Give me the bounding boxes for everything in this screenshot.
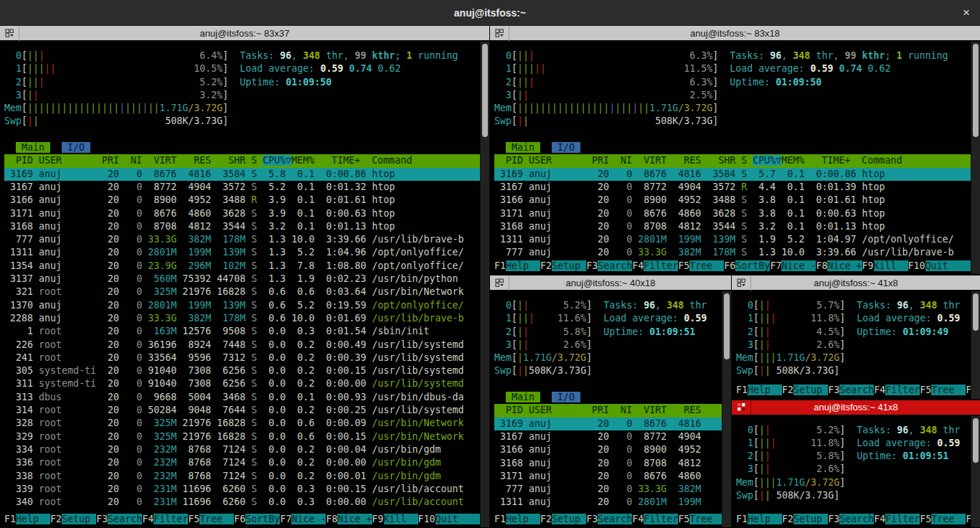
pane-titlebar[interactable]: anuj@itsfoss:~ 41x8 [732, 275, 980, 291]
process-row[interactable]: 338 root 20 0 232M 8768 7124 S 0.0 0.2 0… [4, 470, 489, 483]
scrollbar-thumb[interactable] [482, 44, 488, 137]
process-row[interactable]: 314 root 20 0 50284 9048 7644 S 0.0 0.2 … [4, 404, 489, 417]
text-segment: S [741, 234, 753, 245]
text-segment: 33.3G [638, 484, 672, 494]
terminal-41x8-top[interactable]: 0[|| 5.7%] Tasks: 96, 348 thr 1[||| 11.8… [732, 291, 980, 400]
terminal-83x37[interactable]: 0[||| 6.4%] Tasks: 96, 348 thr, 99 kthr;… [0, 41, 489, 528]
process-row[interactable]: 3171 anuj 20 0 8676 4860 3628 S 3.8 0.1 … [494, 207, 980, 220]
text-segment: 36196 [148, 339, 182, 350]
pane-titlebar[interactable]: anuj@itsfoss:~ 40x18 [490, 275, 731, 291]
process-row[interactable]: 3168 anuj 20 0 8708 4812 3544 S 3.2 0.1 … [4, 220, 489, 233]
process-row[interactable]: 1311 anuj 20 0 2801M 199M 139M S 1.9 5.2… [494, 233, 980, 246]
process-row[interactable]: 313 dbus 20 0 9668 5004 3468 S 0.0 0.1 0… [4, 391, 489, 404]
process-row[interactable]: 3171 anuj 20 0 8676 4860 3628 S 3.9 0.1 … [4, 207, 489, 220]
process-row[interactable]: 3168 anuj 20 0 8708 4812 3544 S 3.2 0.1 … [494, 220, 980, 233]
text-segment: 21976 [182, 286, 217, 297]
process-row[interactable]: 321 root 20 0 325M 21976 16828 S 0.6 0.6… [4, 286, 489, 298]
function-key-bar[interactable]: F1Help F2Setup F3SearchF4FilterF5Tree F [736, 513, 980, 526]
pane-titlebar[interactable]: anuj@itsfoss:~ 41x8 [732, 400, 980, 415]
text-segment: 20 [102, 208, 125, 219]
process-row[interactable]: 1311 anuj 20 0 2801M 199M [494, 496, 731, 509]
text-segment: 0 [125, 431, 148, 442]
process-row[interactable]: 1311 anuj 20 0 2801M 199M 139M S 1.3 5.2… [4, 246, 489, 259]
process-row[interactable]: 3169 anuj 20 0 8676 4816 3584 S 5.7 0.1 … [494, 168, 980, 181]
process-row[interactable]: 777 anuj 20 0 33.3G 382M 178M S 1.3 10.0… [494, 246, 980, 259]
text-segment: 777 [494, 484, 529, 494]
text-segment: 0 [615, 208, 638, 219]
scrollbar-thumb[interactable] [973, 293, 979, 331]
text-segment: S [251, 378, 263, 389]
text-segment: Filter [885, 514, 920, 524]
scrollbar[interactable] [971, 42, 980, 274]
text-segment: S [251, 169, 263, 179]
text-segment: Swp [494, 365, 512, 376]
process-row[interactable]: 3167 anuj 20 0 8772 4904 [494, 430, 731, 443]
text-segment: 1 [494, 63, 512, 74]
process-row[interactable]: 305 systemd-ti 20 0 91040 7308 6256 S 0.… [4, 364, 489, 377]
scrollbar[interactable] [480, 42, 489, 527]
pane-titlebar[interactable]: anuj@itsfoss:~ 83x37 [0, 26, 489, 41]
close-icon[interactable]: × [963, 6, 970, 20]
text-segment: 20 [592, 169, 615, 179]
terminal-83x18[interactable]: 0[||| 6.3%] Tasks: 96, 348 thr, 99 kthr;… [490, 41, 980, 275]
pane-titlebar[interactable]: anuj@itsfoss:~ 83x18 [490, 26, 980, 41]
process-row[interactable]: 340 root 20 0 231M 11696 6260 S 0.0 0.3 … [4, 496, 489, 509]
pane-menu-icon[interactable] [732, 275, 751, 291]
scrollbar[interactable] [971, 291, 980, 399]
text-segment: /usr/bin/gdm [372, 444, 440, 455]
pane-menu-icon[interactable] [490, 275, 509, 291]
scrollbar-thumb[interactable] [724, 293, 730, 359]
process-row[interactable]: 3166 anuj 20 0 8900 4952 [494, 443, 731, 456]
function-key-bar[interactable]: F1Help F2Setup F3SearchF4FilterF5Tree F6… [494, 260, 980, 273]
scrollbar[interactable] [722, 291, 731, 527]
process-row[interactable]: 777 anuj 20 0 33.3G 382M [494, 483, 731, 496]
process-row[interactable]: 3171 anuj 20 0 8676 4860 [494, 470, 731, 483]
function-key-bar[interactable]: F1Help F2Setup F3SearchF4FilterF5Tree [494, 513, 731, 526]
text-segment: 0.2 [291, 457, 320, 468]
process-row[interactable]: 339 root 20 0 231M 11696 6260 S 0.0 0.3 … [4, 483, 489, 496]
text-segment: 8708 [638, 458, 672, 468]
text-segment: 2.6% [771, 463, 839, 474]
process-row[interactable]: 336 root 20 0 232M 8768 7124 S 0.0 0.2 0… [4, 456, 489, 469]
text-segment: 0 [125, 352, 148, 363]
process-row[interactable]: 777 anuj 20 0 33.3G 382M 178M S 1.3 10.0… [4, 233, 489, 246]
scrollbar-thumb[interactable] [973, 418, 979, 463]
process-row[interactable]: 3166 anuj 20 0 8900 4952 3488 R 3.9 0.1 … [4, 194, 489, 207]
terminal-line: Mem[|||1.71G/3.72G] [736, 476, 980, 489]
function-key-bar[interactable]: F1Help F2Setup F3SearchF4FilterF5Tree F6… [4, 513, 489, 526]
window-titlebar[interactable]: anuj@itsfoss:~ × [0, 0, 980, 26]
process-row[interactable]: 241 root 20 0 33564 9596 7312 S 0.0 0.2 … [4, 352, 489, 364]
process-row[interactable]: 3169 anuj 20 0 8676 4816 3584 S 5.8 0.1 … [4, 168, 489, 181]
process-row[interactable]: 3166 anuj 20 0 8900 4952 3488 S 3.8 0.1 … [494, 194, 980, 207]
process-row[interactable]: 1354 anuj 20 0 23.9G 296M 102M S 1.3 7.8… [4, 260, 489, 273]
text-segment: /opt/onlyoffice/ [372, 247, 463, 258]
pane-menu-icon[interactable] [490, 26, 509, 41]
process-row[interactable]: 3168 anuj 20 0 8708 4812 [494, 457, 731, 470]
text-segment: 7124 [217, 471, 251, 481]
text-segment: htop [862, 208, 885, 219]
process-row[interactable]: 2288 anuj 20 0 33.3G 382M 178M S 0.6 10.… [4, 312, 489, 325]
pane-menu-icon[interactable] [0, 26, 19, 41]
text-segment: | [529, 77, 534, 88]
process-row[interactable]: 334 root 20 0 232M 8768 7124 S 0.0 0.2 0… [4, 443, 489, 456]
text-segment: 231M [148, 484, 182, 494]
process-row[interactable]: 328 root 20 0 325M 21976 16828 S 0.0 0.6… [4, 417, 489, 430]
process-row[interactable]: 3167 anuj 20 0 8772 4904 3572 R 4.4 0.1 … [494, 181, 980, 194]
process-row[interactable]: 311 systemd-ti 20 0 91040 7308 6256 S 0.… [4, 377, 489, 390]
text-segment: F6 [724, 260, 735, 271]
process-row[interactable]: 1 root 20 0 163M 12576 9508 S 0.0 0.3 0:… [4, 325, 489, 338]
pane-menu-icon[interactable] [732, 400, 751, 415]
terminal-41x8-active[interactable]: 0[|| 5.2%] Tasks: 96, 348 thr 1[||| 11.8… [732, 415, 980, 528]
text-segment: F4 [632, 514, 644, 524]
process-row[interactable]: 3169 anuj 20 0 8676 4816 [494, 418, 731, 430]
process-row[interactable]: 3167 anuj 20 0 8772 4904 3572 S 5.2 0.1 … [4, 181, 489, 194]
process-row[interactable]: 3137 anuj 20 0 560M 75392 44708 S 1.3 1.… [4, 273, 489, 286]
scrollbar[interactable] [971, 416, 980, 527]
process-row[interactable]: 226 root 20 0 36196 8924 7448 S 0.0 0.2 … [4, 339, 489, 352]
text-segment: 0.0 [263, 471, 291, 481]
process-row[interactable]: 329 root 20 0 325M 21976 16828 S 0.0 0.6… [4, 430, 489, 443]
terminal-40x18[interactable]: 0[|| 5.2%] Tasks: 96, 348 thr 1[||| 11.6… [490, 291, 731, 528]
scrollbar-thumb[interactable] [973, 44, 979, 137]
function-key-bar[interactable]: F1Help F2Setup F3SearchF4FilterF5Tree F [736, 384, 980, 397]
process-row[interactable]: 1370 anuj 20 0 2801M 199M 139M S 0.6 5.2… [4, 299, 489, 312]
